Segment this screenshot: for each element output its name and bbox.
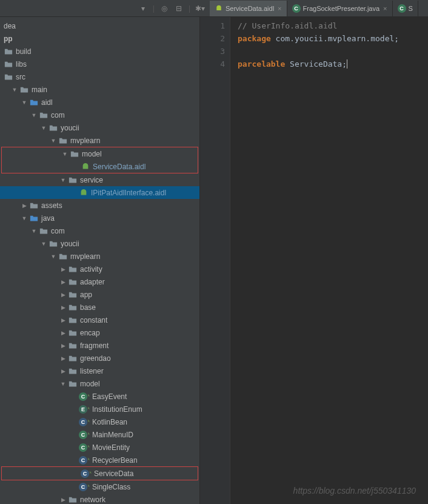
kotlin-sub-icon: ᵏ bbox=[88, 432, 90, 437]
folder-icon bbox=[68, 366, 78, 376]
aidl-icon bbox=[215, 4, 223, 13]
tree-item-com[interactable]: ▼ com bbox=[0, 109, 199, 121]
tree-item-servicedata-aidl[interactable]: ServiceData.aidl bbox=[2, 160, 198, 173]
tree-item-mainmenuid[interactable]: Cᵏ MainMenuID bbox=[0, 428, 199, 441]
folder-icon bbox=[29, 213, 39, 223]
folder-icon bbox=[70, 149, 79, 159]
class-icon: C bbox=[79, 418, 87, 426]
tree-item-dea[interactable]: dea bbox=[0, 19, 199, 32]
tree-item-youcii-java[interactable]: ▼ youcii bbox=[0, 237, 199, 250]
collapse-arrow-icon[interactable]: ▶ bbox=[59, 355, 67, 362]
tree-item-ipitpat-aidl[interactable]: IPitPatAidlInterface.aidl bbox=[0, 186, 199, 199]
tree-item-listener[interactable]: ▶ listener bbox=[0, 365, 199, 377]
tree-item-network[interactable]: ▶ network bbox=[0, 493, 199, 504]
expand-arrow-icon[interactable]: ▼ bbox=[40, 124, 47, 132]
expand-arrow-icon[interactable]: ▼ bbox=[21, 215, 28, 222]
collapse-arrow-icon[interactable]: ▶ bbox=[59, 329, 67, 337]
line-gutter: 1234 bbox=[200, 17, 230, 504]
tree-item-activity[interactable]: ▶ activity bbox=[0, 263, 199, 275]
collapse-arrow-icon[interactable]: ▶ bbox=[21, 202, 28, 209]
collapse-arrow-icon[interactable]: ▶ bbox=[59, 342, 67, 349]
kotlin-sub-icon: ᵏ bbox=[88, 484, 90, 489]
tree-item-kotlinbean[interactable]: Cᵏ KotlinBean bbox=[0, 415, 199, 428]
enum-icon: E bbox=[79, 405, 87, 414]
expand-arrow-icon[interactable]: ▼ bbox=[59, 176, 67, 184]
folder-icon bbox=[68, 264, 78, 274]
folder-icon bbox=[68, 341, 78, 351]
nav-dropdown-icon[interactable]: ▾ bbox=[138, 4, 148, 13]
expand-arrow-icon[interactable]: ▼ bbox=[30, 227, 38, 235]
collapse-arrow-icon[interactable]: ▶ bbox=[59, 496, 67, 503]
class-icon: C bbox=[79, 456, 87, 465]
expand-arrow-icon[interactable]: ▼ bbox=[30, 112, 38, 119]
expand-arrow-icon[interactable]: ▼ bbox=[50, 137, 57, 144]
tree-item-pp[interactable]: pp bbox=[0, 32, 199, 45]
collapse-arrow-icon[interactable]: ▶ bbox=[59, 304, 67, 311]
expand-arrow-icon[interactable]: ▼ bbox=[11, 86, 18, 93]
tab-servicedata-aidl[interactable]: ServiceData.aidl × bbox=[210, 1, 287, 16]
expand-arrow-icon[interactable]: ▼ bbox=[59, 380, 67, 388]
close-icon[interactable]: × bbox=[278, 5, 281, 12]
expand-arrow-icon[interactable]: ▼ bbox=[61, 150, 69, 158]
tree-item-youcii[interactable]: ▼ youcii bbox=[0, 121, 199, 134]
folder-icon bbox=[68, 175, 78, 185]
tree-item-libs[interactable]: libs bbox=[0, 58, 199, 70]
collapse-arrow-icon[interactable]: ▶ bbox=[59, 291, 67, 298]
collapse-arrow-icon[interactable]: ▶ bbox=[59, 368, 67, 375]
folder-icon bbox=[68, 303, 78, 312]
kotlin-sub-icon: ᵏ bbox=[90, 471, 92, 476]
folder-icon bbox=[48, 239, 58, 249]
folder-icon bbox=[4, 72, 13, 82]
collapse-arrow-icon[interactable]: ▶ bbox=[59, 317, 67, 324]
folder-icon bbox=[4, 59, 13, 69]
tree-item-build[interactable]: build bbox=[0, 45, 199, 58]
collapse-arrow-icon[interactable]: ▶ bbox=[59, 278, 67, 286]
tree-item-adapter[interactable]: ▶ adapter bbox=[0, 275, 199, 288]
tree-item-singleclass[interactable]: Cᵏ SingleClass bbox=[0, 480, 199, 493]
collapse-icon[interactable]: ⊟ bbox=[174, 4, 184, 13]
tree-item-model-aidl[interactable]: ▼ model bbox=[2, 147, 198, 160]
tab-fragsocket[interactable]: C FragSocketPresenter.java × bbox=[287, 1, 393, 16]
tree-item-src[interactable]: src bbox=[0, 70, 199, 83]
folder-icon bbox=[29, 98, 39, 107]
editor-tabs: ServiceData.aidl × C FragSocketPresenter… bbox=[210, 0, 418, 16]
tree-item-main[interactable]: ▼ main bbox=[0, 83, 199, 96]
code-editor[interactable]: 1234 // UserInfo.aidl.aidlpackage com.yo… bbox=[200, 17, 428, 504]
tree-item-java[interactable]: ▼ java bbox=[0, 212, 199, 224]
code-content[interactable]: // UserInfo.aidl.aidlpackage com.youcii.… bbox=[230, 17, 428, 504]
tree-item-servicedata[interactable]: Cᵏ ServiceData bbox=[2, 467, 198, 480]
tree-item-assets[interactable]: ▶ assets bbox=[0, 199, 199, 212]
tree-item-service[interactable]: ▼ service bbox=[0, 173, 199, 186]
tree-item-com-java[interactable]: ▼ com bbox=[0, 224, 199, 237]
folder-icon bbox=[68, 328, 78, 338]
tree-item-movieentity[interactable]: Cᵏ MovieEntity bbox=[0, 441, 199, 454]
target-icon[interactable]: ◎ bbox=[159, 4, 169, 13]
folder-icon bbox=[68, 379, 78, 389]
tree-item-base[interactable]: ▶ base bbox=[0, 301, 199, 314]
code-keyword: parcelable bbox=[238, 59, 285, 69]
expand-arrow-icon[interactable]: ▼ bbox=[50, 253, 57, 260]
tree-item-encap[interactable]: ▶ encap bbox=[0, 326, 199, 339]
tree-item-app[interactable]: ▶ app bbox=[0, 288, 199, 301]
tab-partial[interactable]: C S bbox=[393, 1, 418, 16]
folder-icon bbox=[68, 290, 78, 300]
tree-item-recyclerbean[interactable]: Cᵏ RecyclerBean bbox=[0, 454, 199, 466]
tree-item-mvplearn-java[interactable]: ▼ mvplearn bbox=[0, 250, 199, 263]
tree-item-easyevent[interactable]: Cᵏ EasyEvent bbox=[0, 390, 199, 403]
expand-arrow-icon[interactable]: ▼ bbox=[21, 99, 28, 106]
tree-item-institutionenum[interactable]: Eᵏ InstitutionEnum bbox=[0, 403, 199, 415]
tree-item-greendao[interactable]: ▶ greendao bbox=[0, 352, 199, 365]
folder-icon bbox=[58, 252, 68, 261]
expand-arrow-icon[interactable]: ▼ bbox=[40, 240, 47, 247]
settings-icon[interactable]: ✱▾ bbox=[195, 4, 205, 13]
code-text: ServiceData; bbox=[285, 59, 347, 69]
close-icon[interactable]: × bbox=[383, 5, 387, 12]
tree-item-fragment[interactable]: ▶ fragment bbox=[0, 339, 199, 352]
tree-item-mvplearn[interactable]: ▼ mvplearn bbox=[0, 134, 199, 147]
tree-item-aidl[interactable]: ▼ aidl bbox=[0, 96, 199, 109]
tree-item-constant[interactable]: ▶ constant bbox=[0, 314, 199, 326]
collapse-arrow-icon[interactable]: ▶ bbox=[59, 266, 67, 273]
tree-item-model-java[interactable]: ▼ model bbox=[0, 377, 199, 390]
folder-icon bbox=[68, 315, 78, 325]
class-icon: C bbox=[79, 431, 87, 439]
